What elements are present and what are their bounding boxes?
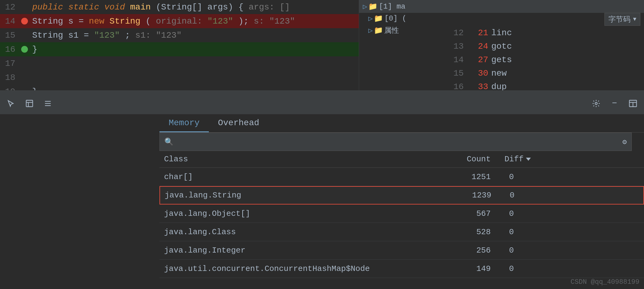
code-editor: 12 public static void main (String[] arg…	[0, 0, 359, 90]
search-box[interactable]: 🔍 ⚙	[159, 133, 632, 151]
svg-rect-0	[26, 100, 33, 107]
breakpoint-16[interactable]	[20, 46, 29, 53]
code-content-12: public static void main (String[] args) …	[29, 2, 359, 12]
column-header-diff[interactable]: Diff	[500, 155, 644, 164]
table-button[interactable]	[23, 97, 36, 110]
list-button[interactable]	[42, 97, 54, 110]
code-line-19: 19 }	[0, 84, 359, 90]
code-content-19: }	[29, 87, 359, 91]
settings-icon[interactable]	[590, 97, 602, 110]
code-line-17: 17	[0, 56, 359, 70]
table-row[interactable]: java.util.concurrent.ConcurrentHashMap$N…	[159, 260, 644, 278]
code-line-12: 12 public static void main (String[] arg…	[0, 0, 359, 14]
code-line-18: 18	[0, 70, 359, 84]
table-row[interactable]: java.lang.Object[] 567 0	[159, 205, 644, 223]
search-input[interactable]	[177, 137, 623, 147]
svg-point-6	[595, 103, 597, 105]
cursor-button[interactable]	[5, 97, 17, 110]
bytecode-line-1: 12 21 linc	[445, 26, 644, 39]
bytecode-dropdown-arrow[interactable]: ▼	[633, 16, 636, 22]
watermark: CSDN @qq_40988199	[571, 278, 639, 286]
search-settings-icon[interactable]: ⚙	[623, 137, 627, 146]
code-content-15: String s1 = "123" ; s1: "123"	[29, 31, 359, 40]
tab-memory[interactable]: Memory	[159, 114, 209, 132]
table-row[interactable]: java.lang.Class 528 0	[159, 223, 644, 241]
bytecode-line-2: 13 24 gotc	[445, 39, 644, 53]
table-body: char[] 1251 0 java.lang.String 1239 0 ja…	[159, 168, 644, 278]
table-row-selected[interactable]: java.lang.String 1239 0	[159, 186, 644, 205]
line-number-19: 19	[0, 87, 20, 91]
code-line-14: 14 String s = new String ( original: "12…	[0, 14, 359, 28]
sort-arrow-icon	[526, 158, 531, 161]
code-line-16: 16 }	[0, 42, 359, 56]
table-row[interactable]: java.lang.Integer 256 0	[159, 241, 644, 260]
bottom-panel: − Memory Overhead 🔍 ⚙ Class Count Diff	[0, 93, 644, 289]
line-number-14: 14	[0, 17, 20, 26]
bytecode-label: 字节码	[608, 14, 631, 24]
layout-icon[interactable]	[627, 97, 639, 110]
tabs-area: Memory Overhead	[159, 114, 644, 133]
tab-overhead[interactable]: Overhead	[209, 114, 268, 132]
tree-item-2[interactable]: ▷ 📁 [0] (	[368, 14, 406, 23]
code-line-15: 15 String s1 = "123" ; s1: "123"	[0, 28, 359, 42]
toolbar: −	[0, 93, 644, 114]
bytecode-line-4: 15 30 new	[445, 66, 644, 80]
code-content-14: String s = new String ( original: "123" …	[29, 17, 359, 26]
line-number-17: 17	[0, 59, 20, 68]
search-icon: 🔍	[164, 137, 174, 146]
horizontal-divider	[0, 90, 644, 93]
bytecode-line-3: 14 27 gets	[445, 53, 644, 66]
tree-item-1[interactable]: ▷ 📁 [1] ma	[363, 2, 405, 11]
line-number-16: 16	[0, 45, 20, 54]
line-number-15: 15	[0, 31, 20, 40]
bytecode-content: 12 21 linc 13 24 gotc 14 27 gets 15 30 n…	[445, 26, 644, 93]
breakpoint-14[interactable]	[20, 18, 29, 24]
right-panel-bytecode: ▷ 📁 [1] ma ▷ 📁 [0] ( ▷ 📁 属性 字节码 ▼ 12 21 …	[359, 0, 644, 90]
minus-button[interactable]: −	[608, 97, 621, 110]
code-content-16: }	[29, 45, 359, 54]
table-header: Class Count Diff	[159, 151, 644, 168]
tree-item-attr[interactable]: ▷ 📁 属性	[368, 25, 399, 35]
column-header-class[interactable]: Class	[159, 155, 393, 164]
line-number-18: 18	[0, 73, 20, 82]
column-header-count[interactable]: Count	[393, 155, 500, 164]
line-number-12: 12	[0, 2, 20, 12]
table-row[interactable]: char[] 1251 0	[159, 168, 644, 186]
